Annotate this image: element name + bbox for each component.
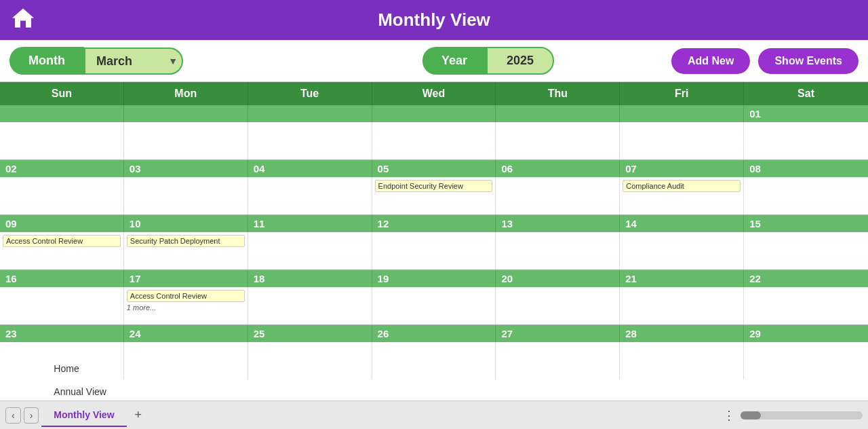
day-cell-1-5: Compliance Audit (620, 177, 744, 214)
day-cell-2-0: Access Control Review (0, 232, 124, 269)
week-date-2-0[interactable]: 09 (0, 215, 124, 232)
week-date-2-3[interactable]: 12 (372, 215, 496, 232)
week-dates-1: 02030405060708 (0, 160, 868, 177)
nav-next-button[interactable]: › (24, 407, 39, 424)
day-cell-1-2 (248, 177, 372, 214)
week-date-0-5: 00 (620, 105, 744, 122)
day-cell-0-5 (620, 122, 744, 160)
week-date-1-5[interactable]: 07 (620, 160, 744, 177)
week-date-4-6[interactable]: 29 (744, 325, 868, 342)
day-header-sat: Sat (744, 82, 868, 105)
day-cell-4-3 (372, 342, 496, 379)
tabs-container: HomeAnnual ViewMonthly ViewDaily ViewEve… (41, 358, 127, 430)
tab-daily-view[interactable]: Daily View (41, 427, 126, 430)
day-header-wed: Wed (372, 82, 496, 105)
day-cell-3-2 (248, 287, 372, 324)
week-events-4 (0, 342, 868, 379)
week-date-4-5[interactable]: 28 (620, 325, 744, 342)
week-events-1: Endpoint Security ReviewCompliance Audit (0, 177, 868, 214)
week-events-3: Access Control Review1 more... (0, 287, 868, 324)
day-cell-1-1 (124, 177, 248, 214)
week-date-0-2: 00 (248, 105, 372, 122)
week-row-4: 23242526272829 (0, 325, 868, 379)
day-cell-1-0 (0, 177, 124, 214)
tab-home[interactable]: Home (41, 358, 126, 381)
week-date-3-1[interactable]: 17 (124, 270, 248, 287)
week-date-4-3[interactable]: 26 (372, 325, 496, 342)
day-cell-0-6 (744, 122, 868, 160)
week-date-4-4[interactable]: 27 (496, 325, 620, 342)
day-cell-0-3 (372, 122, 496, 160)
week-date-3-2[interactable]: 18 (248, 270, 372, 287)
day-cell-1-6 (744, 177, 868, 214)
week-row-3: 16171819202122Access Control Review1 mor… (0, 270, 868, 325)
week-date-4-0[interactable]: 23 (0, 325, 124, 342)
week-date-2-1[interactable]: 10 (124, 215, 248, 232)
bottom-bar: ‹ › HomeAnnual ViewMonthly ViewDaily Vie… (0, 400, 868, 429)
header: Monthly View (0, 0, 868, 40)
week-date-2-6[interactable]: 15 (744, 215, 868, 232)
event-chip[interactable]: Access Control Review (3, 235, 121, 247)
week-date-3-5[interactable]: 21 (620, 270, 744, 287)
page-title: Monthly View (378, 10, 490, 30)
week-date-2-4[interactable]: 13 (496, 215, 620, 232)
week-events-2: Access Control ReviewSecurity Patch Depl… (0, 232, 868, 269)
week-date-3-6[interactable]: 22 (744, 270, 868, 287)
week-date-0-6[interactable]: 01 (744, 105, 868, 122)
day-header-mon: Mon (124, 82, 248, 105)
week-date-4-2[interactable]: 25 (248, 325, 372, 342)
day-cell-0-2 (248, 122, 372, 160)
home-icon[interactable] (11, 5, 35, 35)
day-header-fri: Fri (620, 82, 744, 105)
tab-annual-view[interactable]: Annual View (41, 381, 126, 404)
show-events-button[interactable]: Show Events (758, 48, 859, 74)
week-date-3-0[interactable]: 16 (0, 270, 124, 287)
week-date-1-6[interactable]: 08 (744, 160, 868, 177)
more-events-link[interactable]: 1 more... (127, 303, 245, 312)
event-chip[interactable]: Security Patch Deployment (127, 235, 245, 247)
week-date-0-4: 00 (496, 105, 620, 122)
day-cell-3-5 (620, 287, 744, 324)
week-dates-4: 23242526272829 (0, 325, 868, 342)
week-date-0-1: 00 (124, 105, 248, 122)
month-label: Month (9, 47, 84, 75)
event-chip[interactable]: Endpoint Security Review (375, 180, 493, 192)
week-date-3-3[interactable]: 19 (372, 270, 496, 287)
day-cell-1-4 (496, 177, 620, 214)
week-row-1: 02030405060708Endpoint Security ReviewCo… (0, 160, 868, 215)
tab-monthly-view[interactable]: Monthly View (41, 404, 126, 427)
month-select[interactable]: JanuaryFebruaryMarchAprilMayJuneJulyAugu… (84, 48, 183, 75)
week-date-1-0[interactable]: 02 (0, 160, 124, 177)
day-header-thu: Thu (496, 82, 620, 105)
day-cell-2-6 (744, 232, 868, 269)
week-date-1-2[interactable]: 04 (248, 160, 372, 177)
day-cell-2-2 (248, 232, 372, 269)
week-row-0: 00000000000001 (0, 105, 868, 160)
day-headers-row: SunMonTueWedThuFriSat (0, 82, 868, 105)
month-select-wrapper: JanuaryFebruaryMarchAprilMayJuneJulyAugu… (84, 48, 183, 75)
event-chip[interactable]: Access Control Review (127, 290, 245, 302)
day-cell-3-4 (496, 287, 620, 324)
week-row-2: 09101112131415Access Control ReviewSecur… (0, 215, 868, 270)
week-dates-2: 09101112131415 (0, 215, 868, 232)
year-value: 2025 (486, 47, 554, 75)
week-date-0-3: 00 (372, 105, 496, 122)
add-tab-button[interactable]: + (128, 405, 149, 425)
more-options-icon[interactable]: ⋮ (723, 408, 735, 423)
scroll-bar[interactable] (741, 411, 863, 419)
week-date-2-2[interactable]: 11 (248, 215, 372, 232)
week-date-2-5[interactable]: 14 (620, 215, 744, 232)
day-cell-1-3: Endpoint Security Review (372, 177, 496, 214)
nav-prev-button[interactable]: ‹ (5, 407, 21, 424)
week-date-4-1[interactable]: 24 (124, 325, 248, 342)
event-chip[interactable]: Compliance Audit (623, 180, 741, 192)
add-new-button[interactable]: Add New (671, 48, 750, 74)
day-cell-2-4 (496, 232, 620, 269)
week-date-1-3[interactable]: 05 (372, 160, 496, 177)
week-date-1-1[interactable]: 03 (124, 160, 248, 177)
week-date-3-4[interactable]: 20 (496, 270, 620, 287)
calendar-grid: 0000000000000102030405060708Endpoint Sec… (0, 105, 868, 400)
day-cell-0-0 (0, 122, 124, 160)
day-header-sun: Sun (0, 82, 124, 105)
week-date-1-4[interactable]: 06 (496, 160, 620, 177)
